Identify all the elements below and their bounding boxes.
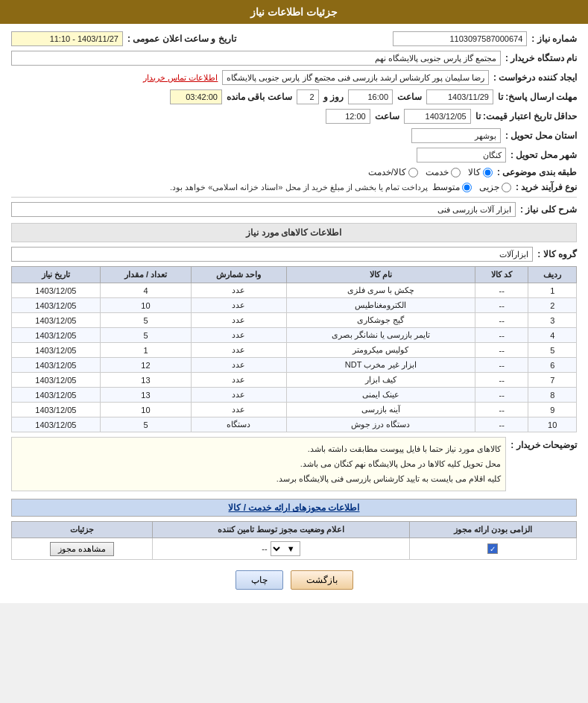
category-kala-option[interactable]: کالا <box>468 167 493 177</box>
reply-time-label: ساعت <box>397 92 422 102</box>
cell-qty: 13 <box>100 373 191 388</box>
cell-code: -- <box>475 283 528 298</box>
divider-1 <box>11 197 577 198</box>
mandatory-checkbox[interactable]: ✓ <box>487 543 498 554</box>
cell-row: 2 <box>528 298 577 313</box>
cell-name: دستگاه درز جوش <box>286 417 475 432</box>
category-both-label: کالا/خدمت <box>368 167 406 177</box>
purchase-type-note: پرداخت تمام یا بخشی از مبلغ خرید از محل … <box>170 183 428 192</box>
cell-name: کولیس میکرومتر <box>286 343 475 358</box>
goods-table: ردیف کد کالا نام کالا واحد شمارش تعداد /… <box>11 266 577 432</box>
reply-deadline-row: مهلت ارسال پاسخ: تا 1403/11/29 ساعت 16:0… <box>11 89 577 104</box>
province-label: استان محل تحویل : <box>505 130 577 141</box>
cell-unit: دستگاه <box>192 417 286 432</box>
category-both-radio[interactable] <box>408 168 418 177</box>
cell-qty: 1 <box>100 343 191 358</box>
purchase-medium-label: متوسط <box>432 182 460 192</box>
cell-unit: عدد <box>192 403 286 417</box>
category-service-option[interactable]: خدمت <box>426 167 461 177</box>
cell-code: -- <box>475 313 528 328</box>
table-row: 8 -- عینک ایمنی عدد 13 1403/12/05 <box>12 388 577 403</box>
purchase-medium-radio[interactable] <box>462 183 472 192</box>
reply-days-value: 2 <box>297 89 319 104</box>
table-row: 7 -- کیف ابزار عدد 13 1403/12/05 <box>12 373 577 388</box>
city-value: کنگان <box>417 148 506 163</box>
reply-deadline-label: مهلت ارسال پاسخ: تا <box>498 92 577 102</box>
purchase-medium-option[interactable]: متوسط <box>432 182 472 192</box>
province-value: بوشهر <box>411 128 501 143</box>
col-qty: تعداد / مقدار <box>100 267 191 283</box>
permissions-table: الزامی بودن ارائه مجوز اعلام وضعیت مجوز … <box>11 521 577 560</box>
contact-link[interactable]: اطلاعات تماس خریدار <box>143 73 218 83</box>
cell-date: 1403/12/05 <box>12 373 101 388</box>
cell-name: گیج جوشکاری <box>286 313 475 328</box>
reply-date-value: 1403/11/29 <box>426 89 493 104</box>
city-row: شهر محل تحویل : کنگان <box>11 148 577 163</box>
col-date: تاریخ نیاز <box>12 267 101 283</box>
creator-value: رضا سلیمان پور کارشناس ارشد بازرسی فنی م… <box>222 70 489 85</box>
cell-code: -- <box>475 417 528 432</box>
purchase-type-options: جزیی متوسط <box>432 182 511 192</box>
cell-qty: 4 <box>100 283 191 298</box>
price-deadline-label: حداقل تاریخ اعتبار قیمت: تا <box>475 111 577 122</box>
cell-row: 8 <box>528 388 577 403</box>
perm-status-cell: ▼ -- <box>153 538 409 560</box>
cell-code: -- <box>475 343 528 358</box>
goods-group-label: گروه کالا : <box>537 249 577 259</box>
col-code: کد کالا <box>475 267 528 283</box>
cell-qty: 5 <box>100 313 191 328</box>
cell-code: -- <box>475 358 528 373</box>
category-service-radio[interactable] <box>451 168 461 177</box>
order-number-value: 1103097587000674 <box>393 31 527 46</box>
cell-date: 1403/12/05 <box>12 403 101 417</box>
purchase-partial-radio[interactable] <box>502 183 511 192</box>
cell-date: 1403/12/05 <box>12 313 101 328</box>
reply-remaining-label: ساعت باقی مانده <box>227 92 292 102</box>
reply-time-value: 16:00 <box>348 89 393 104</box>
table-row: 6 -- ابزار غیر مخرب NDT عدد 12 1403/12/0… <box>12 358 577 373</box>
cell-unit: عدد <box>192 298 286 313</box>
goods-group-value: ابزارآلات <box>11 247 533 262</box>
purchase-type-row: نوع فرآیند خرید : جزیی متوسط پرداخت تمام… <box>11 182 577 192</box>
table-row: 4 -- تایمر بازرسی یا نشانگر بصری عدد 5 1… <box>12 328 577 343</box>
cell-name: چکش با سری فلزی <box>286 283 475 298</box>
permissions-link[interactable]: اطلاعات مجوزهای ارائه خدمت / کالا <box>228 502 359 513</box>
province-row: استان محل تحویل : بوشهر <box>11 128 577 143</box>
main-content: شماره نیاز : 1103097587000674 تاریخ و سا… <box>0 24 588 603</box>
cell-row: 1 <box>528 283 577 298</box>
table-row: 9 -- آینه بازرسی عدد 10 1403/12/05 <box>12 403 577 417</box>
permissions-header: اطلاعات مجوزهای ارائه خدمت / کالا <box>11 499 577 517</box>
goods-group-row: گروه کالا : ابزارآلات <box>11 247 577 262</box>
perm-mandatory-cell: ✓ <box>409 538 576 560</box>
table-row: 1 -- چکش با سری فلزی عدد 4 1403/12/05 <box>12 283 577 298</box>
perm-row: ✓ ▼ -- مشاهده مجوز <box>12 538 577 560</box>
date-value-row1: 1403/11/27 - 11:10 <box>11 31 123 46</box>
print-button[interactable]: چاپ <box>235 570 283 590</box>
cell-name: آینه بازرسی <box>286 403 475 417</box>
category-options: کالا خدمت کالا/خدمت <box>368 167 493 177</box>
notes-line: محل تحویل کلیه کالاها در محل پالایشگاه ن… <box>16 457 501 472</box>
cell-date: 1403/12/05 <box>12 328 101 343</box>
cell-row: 9 <box>528 403 577 417</box>
cell-row: 4 <box>528 328 577 343</box>
category-kala-radio[interactable] <box>483 168 493 177</box>
category-both-option[interactable]: کالا/خدمت <box>368 167 418 177</box>
cell-date: 1403/12/05 <box>12 343 101 358</box>
table-row: 10 -- دستگاه درز جوش دستگاه 5 1403/12/05 <box>12 417 577 432</box>
cell-code: -- <box>475 298 528 313</box>
cell-date: 1403/12/05 <box>12 388 101 403</box>
buyer-label: نام دستگاه خریدار : <box>505 53 577 63</box>
price-time-label: ساعت <box>375 111 399 122</box>
category-kala-label: کالا <box>468 167 481 177</box>
back-button[interactable]: بازگشت <box>291 570 353 590</box>
buyer-value: مجتمع گاز پارس جنوبی پالایشگاه نهم <box>11 51 501 66</box>
cell-code: -- <box>475 373 528 388</box>
view-permit-button[interactable]: مشاهده مجوز <box>50 542 114 556</box>
cell-unit: عدد <box>192 373 286 388</box>
price-deadline-row: حداقل تاریخ اعتبار قیمت: تا 1403/12/05 س… <box>11 109 577 124</box>
cell-date: 1403/12/05 <box>12 358 101 373</box>
buyer-row: نام دستگاه خریدار : مجتمع گاز پارس جنوبی… <box>11 51 577 66</box>
page-header: جزئیات اطلاعات نیاز <box>0 0 588 24</box>
perm-status-select[interactable]: ▼ <box>271 541 300 556</box>
purchase-partial-option[interactable]: جزیی <box>479 182 511 192</box>
